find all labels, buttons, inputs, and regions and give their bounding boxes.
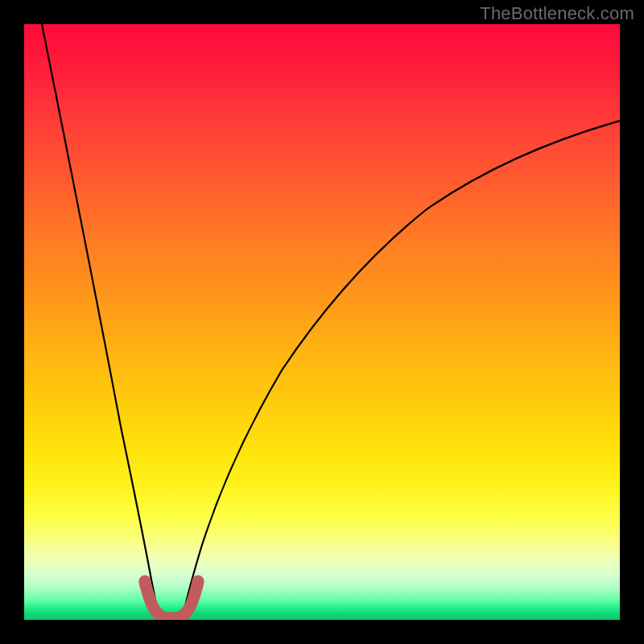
bucket-cap-right (192, 576, 204, 588)
bucket-cap-left (139, 576, 151, 588)
curve-left-branch (42, 24, 159, 616)
curve-layer (24, 24, 620, 620)
chart-frame: TheBottleneck.com (0, 0, 644, 644)
watermark-text: TheBottleneck.com (480, 3, 634, 24)
curve-right-branch (183, 121, 620, 616)
plot-area (24, 24, 620, 620)
